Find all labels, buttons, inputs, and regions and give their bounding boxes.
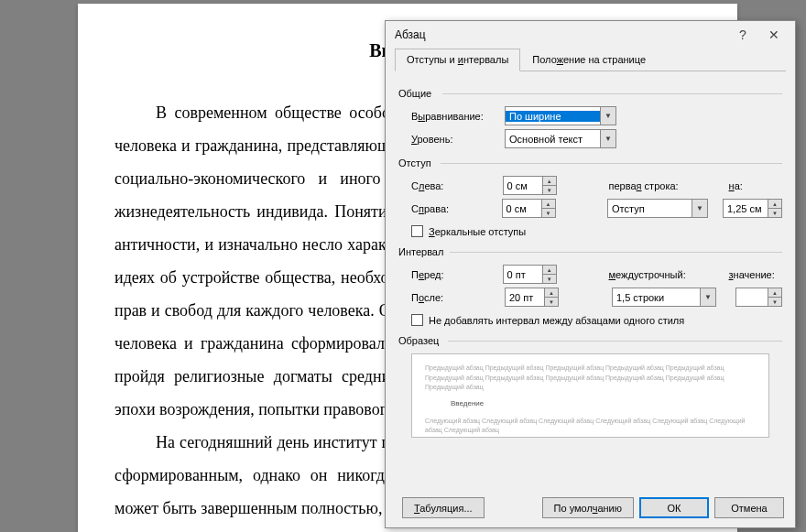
dialog-footer: Табуляция... По умолчанию ОК Отмена xyxy=(397,497,784,518)
spinner-down-icon[interactable]: ▼ xyxy=(768,298,781,306)
dialog-title: Абзац xyxy=(395,28,727,41)
spinner-down-icon[interactable]: ▼ xyxy=(542,209,555,217)
dialog-titlebar[interactable]: Абзац ? ✕ xyxy=(386,21,795,49)
tab-position[interactable]: Положение на странице xyxy=(520,49,658,71)
ok-button[interactable]: ОК xyxy=(639,497,709,518)
spinner-up-icon[interactable]: ▲ xyxy=(543,177,556,186)
tabs-button[interactable]: Табуляция... xyxy=(402,497,485,518)
sample-next: Следующий абзац Следующий абзац Следующи… xyxy=(425,417,756,436)
spinner-up-icon[interactable]: ▲ xyxy=(768,288,781,298)
noadd-checkbox-row[interactable]: Не добавлять интервал между абзацами одн… xyxy=(411,314,782,326)
by-spinner[interactable]: 1,25 см ▲▼ xyxy=(723,199,782,218)
tabs: Отступы и интервалы Положение на страниц… xyxy=(395,49,786,71)
label-after: После: xyxy=(411,292,497,303)
close-button[interactable]: ✕ xyxy=(758,24,790,46)
right-spinner[interactable]: 0 см ▲▼ xyxy=(502,199,556,218)
firstline-select[interactable]: Отступ ▼ xyxy=(607,199,708,218)
label-before: Перед: xyxy=(411,269,496,280)
level-select[interactable]: Основной текст ▼ xyxy=(505,129,616,148)
label-level: Уровень: xyxy=(411,134,497,145)
spinner-up-icon[interactable]: ▲ xyxy=(768,200,781,209)
tab-indent[interactable]: Отступы и интервалы xyxy=(395,49,520,71)
before-spinner[interactable]: 0 пт ▲▼ xyxy=(503,265,557,284)
spinner-down-icon[interactable]: ▼ xyxy=(768,209,781,217)
cancel-button[interactable]: Отмена xyxy=(714,497,784,518)
dialog-content: Общие Выравнивание: По ширине ▼ Уровень:… xyxy=(386,71,795,445)
sample-preview: Предыдущий абзац Предыдущий абзац Предыд… xyxy=(411,353,769,438)
sample-center: Введение xyxy=(451,398,756,409)
group-interval: Интервал xyxy=(398,246,782,257)
chevron-down-icon[interactable]: ▼ xyxy=(600,130,615,147)
label-value: значение: xyxy=(729,269,782,280)
label-left: Слева: xyxy=(411,180,496,191)
label-firstline: первая строка: xyxy=(609,180,714,191)
spinner-down-icon[interactable]: ▼ xyxy=(543,275,556,283)
after-spinner[interactable]: 20 пт ▲▼ xyxy=(505,288,559,307)
spinner-up-icon[interactable]: ▲ xyxy=(543,266,556,275)
left-spinner[interactable]: 0 см ▲▼ xyxy=(503,176,557,195)
chevron-down-icon[interactable]: ▼ xyxy=(600,107,615,125)
group-indent: Отступ xyxy=(398,157,782,168)
spinner-up-icon[interactable]: ▲ xyxy=(545,288,558,298)
value-spinner[interactable]: ▲▼ xyxy=(735,288,782,307)
alignment-select[interactable]: По ширине ▼ xyxy=(505,106,616,125)
app-background: Введение В современном обществе особое м… xyxy=(0,0,806,532)
sample-prev: Предыдущий абзац Предыдущий абзац Предыд… xyxy=(425,364,756,393)
spinner-down-icon[interactable]: ▼ xyxy=(545,298,558,306)
label-alignment: Выравнивание: xyxy=(411,111,497,122)
chevron-down-icon[interactable]: ▼ xyxy=(692,200,707,217)
group-general: Общие xyxy=(398,88,782,99)
label-right: Справа: xyxy=(411,203,495,214)
checkbox-icon[interactable] xyxy=(411,314,423,326)
mirror-checkbox-row[interactable]: Зеркальные отступы xyxy=(411,225,782,237)
paragraph-dialog: Абзац ? ✕ Отступы и интервалы Положение … xyxy=(385,20,796,528)
label-mirror: Зеркальные отступы xyxy=(429,226,526,237)
label-linespacing: междустрочный: xyxy=(609,269,714,280)
label-noadd: Не добавлять интервал между абзацами одн… xyxy=(429,315,684,326)
group-sample: Образец xyxy=(398,335,782,346)
spinner-down-icon[interactable]: ▼ xyxy=(543,186,556,194)
help-button[interactable]: ? xyxy=(727,24,758,46)
label-by: на: xyxy=(729,180,782,191)
checkbox-icon[interactable] xyxy=(411,225,423,237)
spinner-up-icon[interactable]: ▲ xyxy=(542,200,555,209)
linespacing-select[interactable]: 1,5 строки ▼ xyxy=(612,288,716,307)
chevron-down-icon[interactable]: ▼ xyxy=(700,288,715,306)
default-button[interactable]: По умолчанию xyxy=(542,497,634,518)
